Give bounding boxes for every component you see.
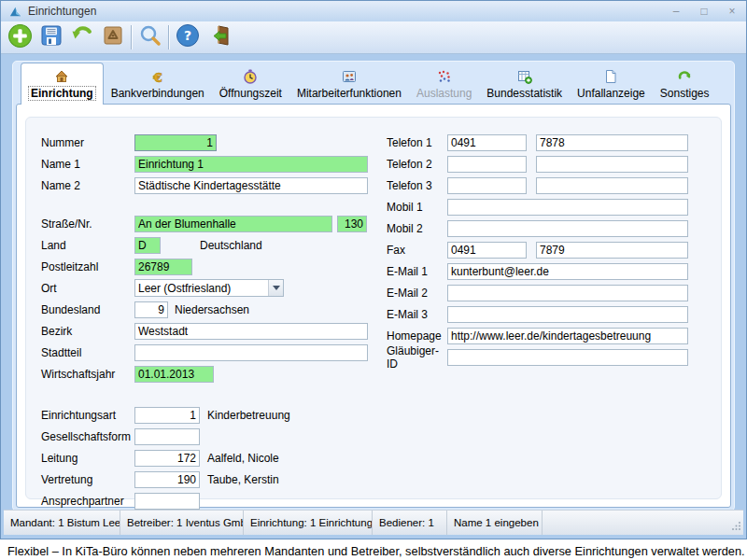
input-bundesland[interactable] <box>134 301 168 318</box>
save-icon <box>39 23 63 51</box>
input-email3[interactable] <box>447 306 688 323</box>
input-leitung[interactable] <box>134 450 200 467</box>
input-telefon2-2[interactable] <box>536 156 688 173</box>
new-button[interactable] <box>5 23 35 51</box>
field-label-wirtschaftsjahr: Wirtschaftsjahr <box>41 368 134 381</box>
resize-grip-icon[interactable] <box>732 521 741 532</box>
field-label-bezirk: Bezirk <box>41 325 134 338</box>
delete-button[interactable] <box>97 23 128 51</box>
app-window: Einrichtungen – □ × ? Einricht <box>0 0 747 539</box>
caption-text: Flexibel – In KiTa-Büro können neben meh… <box>7 544 745 558</box>
input-telefon2-1[interactable] <box>447 156 527 173</box>
form-row-nummer: Nummer <box>41 132 368 153</box>
input-telefon3-2[interactable] <box>536 177 688 194</box>
maximize-button[interactable]: □ <box>698 6 711 17</box>
static-text-land: Deutschland <box>200 239 262 252</box>
tab-bar: Einrichtung € Bankverbindungen Öffnungsz… <box>21 62 730 105</box>
tab-unfallanzeige[interactable]: Unfallanzeige <box>570 67 653 105</box>
input-mobil2[interactable] <box>447 220 688 237</box>
form-row-email1: E-Mail 1 <box>387 260 688 282</box>
tab-mitarbeiterfunktionen[interactable]: Mitarbeiterfunktionen <box>289 67 409 105</box>
plus-icon <box>7 23 33 52</box>
input-telefon1-1[interactable] <box>447 134 527 151</box>
input-homepage[interactable] <box>447 328 688 344</box>
input-nummer[interactable] <box>134 134 217 151</box>
static-text-vertretung: Taube, Kerstin <box>207 473 279 486</box>
field-label-mobil2: Mobil 2 <box>387 222 447 235</box>
form-column-left: NummerName 1Name 2Straße/Nr.LandDeutschl… <box>41 132 368 511</box>
save-button[interactable] <box>35 23 66 51</box>
input-ansprechpartner[interactable] <box>134 493 200 510</box>
status-filler <box>543 511 743 535</box>
input-fax-1[interactable] <box>447 242 527 259</box>
form-row-ort: OrtLeer (Ostfriesland) <box>41 277 368 299</box>
input-vertretung[interactable] <box>134 471 200 488</box>
status-betreiber: Betreiber: 1 Iventus GmbH <box>120 511 244 535</box>
input-stadtteil[interactable] <box>134 344 368 361</box>
tab-bundesstatistik[interactable]: Bundesstatistik <box>479 67 570 105</box>
input-wirtschaftsjahr[interactable] <box>134 366 214 383</box>
input-name2[interactable] <box>134 177 368 194</box>
tab-bankverbindungen[interactable]: € Bankverbindungen <box>104 67 212 105</box>
form-row-telefon3: Telefon 3 <box>387 175 688 196</box>
input-mobil1[interactable] <box>447 199 688 216</box>
form-row-name1: Name 1 <box>41 153 368 175</box>
toolbar-separator <box>131 25 132 49</box>
input-glaeubiger_id[interactable] <box>447 349 688 366</box>
input-telefon3-1[interactable] <box>447 177 527 194</box>
input-email1[interactable] <box>447 263 688 280</box>
tab-einrichtung[interactable]: Einrichtung <box>21 63 104 105</box>
form-row-wirtschaftsjahr: Wirtschaftsjahr <box>41 363 368 385</box>
field-label-mobil1: Mobil 1 <box>387 201 447 214</box>
status-einrichtung: Einrichtung: 1 Einrichtung 1 <box>244 511 373 535</box>
field-label-email1: E-Mail 1 <box>387 265 447 278</box>
app-logo-icon <box>8 5 22 19</box>
field-label-land: Land <box>41 239 134 252</box>
window-controls: – □ × <box>669 6 739 17</box>
input-telefon1-2[interactable] <box>536 134 688 151</box>
main-panel: Einrichtung € Bankverbindungen Öffnungsz… <box>12 61 735 511</box>
input-name1[interactable] <box>134 156 368 173</box>
field-label-postleitzahl: Postleitzahl <box>41 260 134 273</box>
input-strasse-2[interactable] <box>337 216 367 232</box>
input-postleitzahl[interactable] <box>134 259 192 275</box>
combo-ort[interactable]: Leer (Ostfriesland) <box>134 279 284 297</box>
scatter-icon <box>437 69 452 84</box>
input-email2[interactable] <box>447 285 688 301</box>
document-icon <box>603 69 618 84</box>
help-button[interactable]: ? <box>172 23 203 51</box>
input-einrichtungsart[interactable] <box>134 407 200 424</box>
form-row-telefon1: Telefon 1 <box>387 132 688 153</box>
undo-button[interactable] <box>66 23 97 51</box>
input-bezirk[interactable] <box>134 323 368 340</box>
euro-icon: € <box>150 69 165 84</box>
exit-button[interactable] <box>203 23 233 51</box>
field-label-stadtteil: Stadtteil <box>41 346 134 359</box>
field-label-gesellschaftsform: Gesellschaftsform <box>41 430 134 443</box>
input-strasse-1[interactable] <box>134 216 332 232</box>
input-fax-2[interactable] <box>536 242 688 259</box>
tab-sonstiges[interactable]: Sonstiges <box>653 67 717 105</box>
form-row-land: LandDeutschland <box>41 234 368 256</box>
people-icon <box>342 69 357 84</box>
form-row-vertretung: VertretungTaube, Kerstin <box>41 469 368 490</box>
input-land[interactable] <box>134 237 161 254</box>
toolbar-separator <box>168 25 169 49</box>
field-label-name2: Name 2 <box>41 179 134 192</box>
form-row-email3: E-Mail 3 <box>387 303 688 325</box>
stats-icon <box>517 69 532 84</box>
input-gesellschaftsform[interactable] <box>134 428 200 445</box>
minimize-button[interactable]: – <box>669 6 683 17</box>
form-row-bezirk: Bezirk <box>41 320 368 342</box>
form-column-right: Telefon 1Telefon 2Telefon 3Mobil 1Mobil … <box>387 132 688 368</box>
status-hint: Name 1 eingeben <box>447 511 543 535</box>
tab-oeffnungszeit[interactable]: Öffnungszeit <box>212 67 289 105</box>
form-row-email2: E-Mail 2 <box>387 282 688 303</box>
field-label-strasse: Straße/Nr. <box>41 217 134 231</box>
field-label-bundesland: Bundesland <box>41 303 134 316</box>
chevron-down-icon[interactable] <box>268 280 283 296</box>
search-button[interactable] <box>134 23 165 51</box>
undo-arrow-icon <box>70 23 94 51</box>
svg-text:?: ? <box>183 28 190 43</box>
close-button[interactable]: × <box>726 6 739 17</box>
